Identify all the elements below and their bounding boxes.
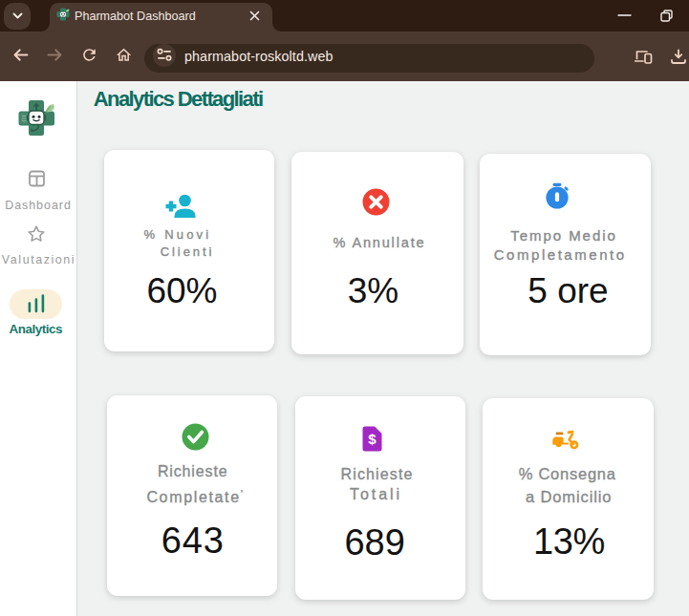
svg-text:$: $	[368, 431, 377, 447]
